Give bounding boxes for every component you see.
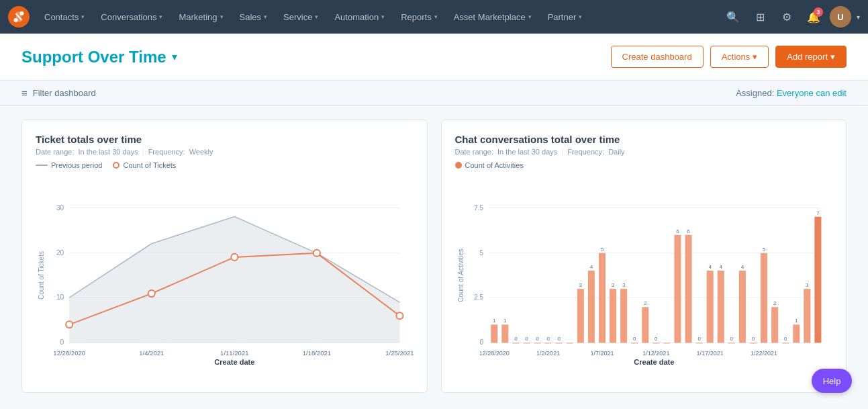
assigned-value-link[interactable]: Everyone can edit — [777, 88, 847, 98]
bar-26 — [771, 307, 778, 343]
bar-27 — [782, 343, 789, 343]
svg-text:12/28/2020: 12/28/2020 — [479, 350, 509, 357]
nav-item-conversations[interactable]: Conversations ▾ — [93, 0, 171, 34]
bar-10 — [598, 253, 605, 343]
bar-17 — [674, 235, 681, 343]
bar-9 — [587, 271, 594, 343]
svg-text:Create date: Create date — [634, 358, 674, 366]
header-actions: Create dashboard Actions ▾ Add report ▾ — [611, 46, 847, 68]
svg-text:0: 0 — [479, 338, 483, 346]
svg-text:0: 0 — [632, 336, 636, 342]
filter-bar: ≡ Filter dashboard Assigned: Everyone ca… — [0, 81, 868, 106]
bar-15 — [653, 343, 659, 343]
user-avatar[interactable]: U — [830, 6, 851, 28]
partner-chevron-icon: ▾ — [579, 13, 582, 20]
curr-pt-4 — [396, 312, 403, 319]
automation-chevron-icon: ▾ — [381, 13, 385, 20]
chart2-meta: Date range: In the last 30 days | Freque… — [455, 148, 833, 156]
bar-13 — [631, 343, 638, 343]
chart2-sep: | — [561, 148, 563, 156]
bar-23 — [738, 271, 745, 343]
bar-14 — [642, 307, 648, 343]
curr-pt-2 — [231, 254, 238, 261]
svg-text:0: 0 — [783, 336, 787, 342]
svg-text:3: 3 — [806, 282, 809, 288]
svg-text:1/2/2021: 1/2/2021 — [536, 350, 560, 357]
bar-25 — [761, 253, 767, 343]
bar-16 — [663, 343, 670, 343]
svg-text:0: 0 — [697, 336, 701, 342]
asset-marketplace-chevron-icon: ▾ — [528, 13, 532, 20]
bar-5 — [544, 343, 551, 343]
filter-dashboard-button[interactable]: ≡ Filter dashboard — [21, 87, 96, 99]
bar-30 — [814, 217, 821, 343]
svg-text:6: 6 — [687, 228, 690, 234]
nav-item-marketing[interactable]: Marketing ▾ — [171, 0, 231, 34]
assigned-section: Assigned: Everyone can edit — [736, 88, 847, 98]
svg-text:0: 0 — [60, 338, 64, 346]
svg-text:5: 5 — [479, 249, 483, 257]
nav-item-contacts[interactable]: Contacts ▾ — [36, 0, 93, 34]
svg-text:0: 0 — [730, 336, 733, 342]
chart1-sep: | — [142, 148, 144, 156]
svg-text:1/17/2021: 1/17/2021 — [696, 350, 723, 357]
svg-text:3: 3 — [611, 282, 614, 288]
actions-button[interactable]: Actions ▾ — [710, 46, 769, 68]
svg-point-2 — [14, 18, 18, 22]
nav-item-service[interactable]: Service ▾ — [275, 0, 326, 34]
create-dashboard-button[interactable]: Create dashboard — [611, 46, 704, 68]
user-menu-caret[interactable]: ▾ — [857, 13, 860, 21]
hubspot-logo[interactable] — [8, 6, 30, 28]
marketing-chevron-icon: ▾ — [220, 13, 224, 20]
svg-text:1/4/2021: 1/4/2021 — [139, 349, 164, 357]
bar-4 — [534, 343, 540, 343]
add-report-button[interactable]: Add report ▾ — [775, 46, 847, 68]
chart1-meta: Date range: In the last 30 days | Freque… — [36, 148, 414, 156]
bar-6 — [555, 343, 562, 343]
nav-item-asset-marketplace[interactable]: Asset Marketplace ▾ — [446, 0, 540, 34]
chart2-legend: Count of Activities — [455, 161, 833, 169]
svg-text:7: 7 — [816, 210, 820, 216]
help-button[interactable]: Help — [812, 369, 852, 393]
chart1-legend: Previous period Count of Tickets — [36, 161, 414, 169]
settings-button[interactable]: ⚙ — [776, 6, 798, 28]
reports-chevron-icon: ▾ — [434, 13, 438, 20]
bar-18 — [685, 235, 691, 343]
svg-text:2: 2 — [644, 300, 647, 306]
svg-text:1/12/2021: 1/12/2021 — [642, 350, 669, 357]
search-button[interactable]: 🔍 — [722, 6, 744, 28]
svg-text:4: 4 — [719, 264, 722, 270]
title-dropdown-icon[interactable]: ▾ — [172, 50, 177, 63]
bar-12 — [620, 289, 627, 343]
chart2-date-range-label: Date range: — [455, 148, 493, 156]
nav-right-actions: 🔍 ⊞ ⚙ 🔔 3 U ▾ — [722, 6, 860, 28]
svg-text:0: 0 — [514, 336, 518, 342]
svg-text:2.5: 2.5 — [474, 293, 483, 301]
svg-text:4: 4 — [740, 264, 744, 270]
svg-text:12/28/2020: 12/28/2020 — [53, 349, 85, 357]
nav-item-reports[interactable]: Reports ▾ — [393, 0, 446, 34]
svg-text:3: 3 — [579, 282, 582, 288]
svg-text:1: 1 — [503, 318, 507, 324]
navbar: Contacts ▾ Conversations ▾ Marketing ▾ S… — [0, 0, 868, 34]
bar-0 — [491, 324, 497, 343]
svg-text:4: 4 — [708, 264, 712, 270]
curr-pt-0 — [66, 321, 73, 328]
sales-chevron-icon: ▾ — [264, 13, 267, 20]
legend-activities-dot — [455, 162, 462, 169]
nav-item-partner[interactable]: Partner ▾ — [540, 0, 591, 34]
page-title-wrap: Support Over Time ▾ — [21, 48, 177, 66]
svg-text:0: 0 — [536, 336, 539, 342]
chart1-freq-value: Weekly — [189, 148, 213, 156]
svg-text:1/11/2021: 1/11/2021 — [220, 349, 248, 357]
bar-28 — [793, 324, 800, 343]
nav-item-automation[interactable]: Automation ▾ — [326, 0, 393, 34]
nav-item-sales[interactable]: Sales ▾ — [232, 0, 276, 34]
notifications-button[interactable]: 🔔 3 — [803, 6, 824, 28]
apps-button[interactable]: ⊞ — [749, 6, 771, 28]
svg-text:7.5: 7.5 — [474, 204, 483, 212]
bar-8 — [577, 289, 583, 343]
svg-text:Count of Tickets: Count of Tickets — [38, 251, 45, 300]
svg-text:5: 5 — [600, 246, 604, 253]
curr-pt-1 — [148, 290, 155, 297]
